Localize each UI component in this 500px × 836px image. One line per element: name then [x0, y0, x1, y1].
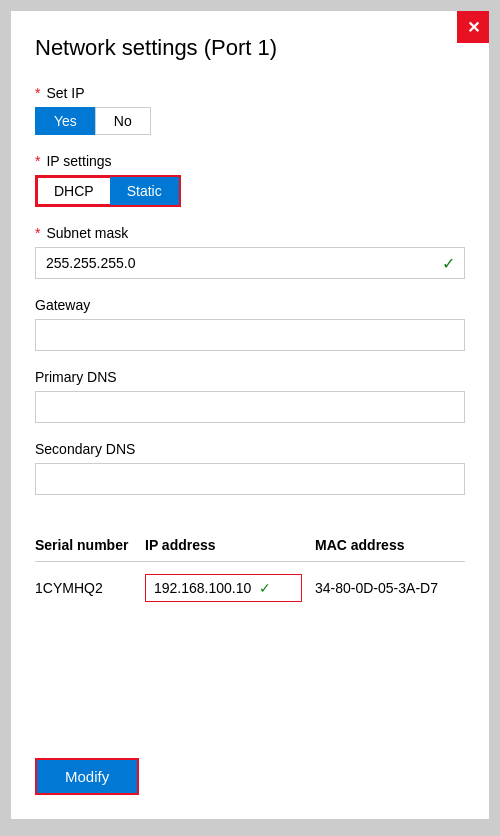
secondary-dns-input-wrapper [35, 463, 465, 495]
ip-address-box: 192.168.100.10 ✓ [145, 574, 302, 602]
static-button[interactable]: Static [110, 177, 179, 205]
network-table: Serial number IP address MAC address 1CY… [35, 537, 465, 728]
secondary-dns-label: Secondary DNS [35, 441, 465, 457]
primary-dns-label: Primary DNS [35, 369, 465, 385]
ip-settings-toggle-wrapper: DHCP Static [35, 175, 181, 207]
modify-btn-section: Modify [35, 728, 465, 795]
dialog-title: Network settings (Port 1) [35, 35, 465, 61]
col-ip-address: IP address [145, 537, 315, 553]
cell-mac: 34-80-0D-05-3A-D7 [315, 580, 465, 596]
close-button[interactable]: ✕ [457, 11, 489, 43]
modify-button[interactable]: Modify [35, 758, 139, 795]
secondary-dns-section: Secondary DNS [35, 441, 465, 495]
primary-dns-section: Primary DNS [35, 369, 465, 423]
required-star-subnet: * [35, 225, 40, 241]
set-ip-yes-button[interactable]: Yes [35, 107, 95, 135]
gateway-input[interactable] [35, 319, 465, 351]
primary-dns-input[interactable] [35, 391, 465, 423]
subnet-mask-check-icon: ✓ [442, 254, 455, 273]
secondary-dns-input[interactable] [35, 463, 465, 495]
required-star: * [35, 85, 40, 101]
col-serial-number: Serial number [35, 537, 145, 553]
network-settings-dialog: ✕ Network settings (Port 1) * Set IP Yes… [10, 10, 490, 820]
primary-dns-input-wrapper [35, 391, 465, 423]
set-ip-label: * Set IP [35, 85, 465, 101]
gateway-section: Gateway [35, 297, 465, 351]
cell-ip: 192.168.100.10 ✓ [145, 574, 315, 602]
dhcp-button[interactable]: DHCP [37, 177, 110, 205]
table-header: Serial number IP address MAC address [35, 537, 465, 562]
table-row: 1CYMHQ2 192.168.100.10 ✓ 34-80-0D-05-3A-… [35, 566, 465, 610]
set-ip-no-button[interactable]: No [95, 107, 151, 135]
gateway-label: Gateway [35, 297, 465, 313]
subnet-mask-label: * Subnet mask [35, 225, 465, 241]
ip-check-icon: ✓ [259, 580, 271, 596]
required-star-ip: * [35, 153, 40, 169]
subnet-mask-section: * Subnet mask ✓ [35, 225, 465, 279]
ip-settings-label: * IP settings [35, 153, 465, 169]
ip-address-value: 192.168.100.10 [154, 580, 251, 596]
gateway-input-wrapper [35, 319, 465, 351]
set-ip-toggle-group: Yes No [35, 107, 465, 135]
close-icon: ✕ [467, 18, 480, 37]
col-mac-address: MAC address [315, 537, 465, 553]
subnet-mask-input-wrapper: ✓ [35, 247, 465, 279]
set-ip-section: * Set IP Yes No [35, 85, 465, 135]
cell-serial: 1CYMHQ2 [35, 580, 145, 596]
subnet-mask-input[interactable] [35, 247, 465, 279]
ip-settings-section: * IP settings DHCP Static [35, 153, 465, 207]
